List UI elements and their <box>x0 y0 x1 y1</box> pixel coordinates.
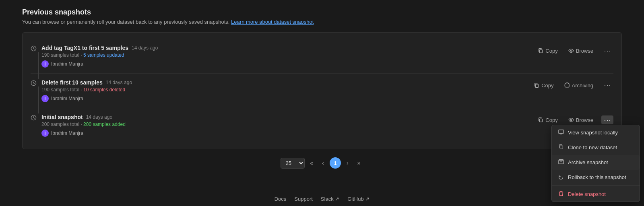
copy-button[interactable]: Copy <box>535 116 560 124</box>
subtitle-text: You can browse or permanently roll your … <box>22 19 229 25</box>
pagination: 25 10 50 100 « ‹ 1 › » <box>22 157 622 169</box>
author-name: Ibrahim Manjra <box>51 96 83 101</box>
browse-button[interactable]: Browse <box>566 116 596 124</box>
browse-label: Browse <box>576 117 593 123</box>
footer: Docs Support Slack ↗ GitHub ↗ <box>0 192 644 206</box>
snapshot-title: Initial snapshot <box>41 114 83 120</box>
snapshot-row: Initial snapshot 14 days ago 200 samples… <box>31 108 613 142</box>
copy-button[interactable]: Copy <box>531 82 556 89</box>
svg-rect-1 <box>540 49 543 53</box>
archive-icon <box>558 159 564 166</box>
copy-label: Copy <box>541 82 553 89</box>
copy-button[interactable]: Copy <box>535 47 560 55</box>
avatar: I <box>41 60 49 68</box>
archiving-spinner <box>564 82 570 88</box>
clock-icon <box>31 115 37 122</box>
first-page-button[interactable]: « <box>307 158 317 168</box>
svg-point-2 <box>570 50 572 52</box>
snapshot-title: Add tag TagX1 to first 5 samples <box>41 45 128 51</box>
svg-point-7 <box>570 119 572 121</box>
dropdown-divider <box>552 185 640 186</box>
more-button-snap3[interactable]: ⋯ <box>601 115 613 124</box>
browse-label: Browse <box>576 48 593 54</box>
archive-label: Archive snapshot <box>568 159 608 165</box>
last-page-button[interactable]: » <box>354 158 364 168</box>
view-locally-label: View snapshot locally <box>568 130 618 136</box>
trash-icon <box>558 191 564 198</box>
copy-icon <box>558 144 564 151</box>
samples-deleted: 10 samples deleted <box>83 87 125 93</box>
footer-github-link[interactable]: GitHub ↗ <box>347 196 369 202</box>
archive-snapshot-item[interactable]: Archive snapshot <box>552 155 640 170</box>
snapshot-time: 14 days ago <box>132 45 158 51</box>
archiving-label: Archiving <box>572 82 593 89</box>
snapshot-actions: Copy Archiving ⋯ <box>531 81 613 90</box>
snapshot-time: 14 days ago <box>86 114 112 120</box>
page-1-button[interactable]: 1 <box>330 157 341 169</box>
per-page-select[interactable]: 25 10 50 100 <box>281 158 305 169</box>
rollback-label: Rollback to this snapshot <box>568 174 626 180</box>
samples-added: 200 samples added <box>83 122 126 127</box>
clock-icon <box>31 80 37 87</box>
snapshot-time: 14 days ago <box>106 80 132 85</box>
snapshot-dropdown-menu: View snapshot locally Clone to new datas… <box>551 125 640 202</box>
avatar: I <box>41 95 49 102</box>
monitor-icon <box>558 129 564 136</box>
avatar: I <box>41 130 49 137</box>
browse-button[interactable]: Browse <box>566 47 596 55</box>
svg-rect-6 <box>540 119 543 122</box>
footer-support-link[interactable]: Support <box>294 196 313 202</box>
snapshot-actions: Copy Browse ⋯ <box>535 115 613 124</box>
snapshot-meta: 200 samples total · 200 samples added <box>41 122 535 127</box>
samples-updated: 5 samples updated <box>83 52 124 58</box>
delete-label: Delete snapshot <box>568 191 606 197</box>
snapshot-meta: 190 samples total · 5 samples updated <box>41 52 535 58</box>
rotate-icon <box>558 174 564 181</box>
svg-rect-4 <box>536 84 539 87</box>
copy-label: Copy <box>545 117 557 123</box>
snapshot-content: Delete first 10 samples 14 days ago 190 … <box>41 79 531 102</box>
prev-page-button[interactable]: ‹ <box>319 158 327 168</box>
footer-docs-link[interactable]: Docs <box>275 196 287 202</box>
more-button-snap2[interactable]: ⋯ <box>601 81 613 90</box>
learn-more-link[interactable]: Learn more about dataset snapshot <box>231 19 314 25</box>
clone-label: Clone to new dataset <box>568 144 617 150</box>
more-button-snap1[interactable]: ⋯ <box>601 46 613 55</box>
svg-rect-12 <box>559 161 564 164</box>
snapshot-title: Delete first 10 samples <box>41 79 103 86</box>
svg-rect-8 <box>559 130 564 134</box>
copy-label: Copy <box>545 48 557 54</box>
snapshot-author: I Ibrahim Manjra <box>41 60 535 68</box>
archiving-button[interactable]: Archiving <box>562 82 596 89</box>
snapshots-container: Add tag TagX1 to first 5 samples 14 days… <box>22 32 622 149</box>
rollback-snapshot-item[interactable]: Rollback to this snapshot <box>552 170 640 185</box>
snapshot-content: Add tag TagX1 to first 5 samples 14 days… <box>41 45 535 68</box>
author-name: Ibrahim Manjra <box>51 61 83 67</box>
snapshot-row: Delete first 10 samples 14 days ago 190 … <box>31 74 613 108</box>
next-page-button[interactable]: › <box>343 158 352 168</box>
view-snapshot-locally-item[interactable]: View snapshot locally <box>552 125 640 140</box>
clock-icon <box>31 45 37 53</box>
snapshot-author: I Ibrahim Manjra <box>41 95 531 102</box>
page-title: Previous snapshots <box>22 8 622 16</box>
snapshot-meta: 190 samples total · 10 samples deleted <box>41 87 531 93</box>
author-name: Ibrahim Manjra <box>51 130 83 136</box>
clone-to-new-dataset-item[interactable]: Clone to new dataset <box>552 140 640 155</box>
snapshot-row: Add tag TagX1 to first 5 samples 14 days… <box>31 39 613 74</box>
snapshot-author: I Ibrahim Manjra <box>41 130 535 137</box>
footer-slack-link[interactable]: Slack ↗ <box>321 196 339 202</box>
page-subtitle: You can browse or permanently roll your … <box>22 19 622 25</box>
snapshot-actions: Copy Browse ⋯ <box>535 46 613 55</box>
delete-snapshot-item[interactable]: Delete snapshot <box>552 187 640 202</box>
snapshot-content: Initial snapshot 14 days ago 200 samples… <box>41 114 535 137</box>
svg-rect-11 <box>560 146 563 149</box>
